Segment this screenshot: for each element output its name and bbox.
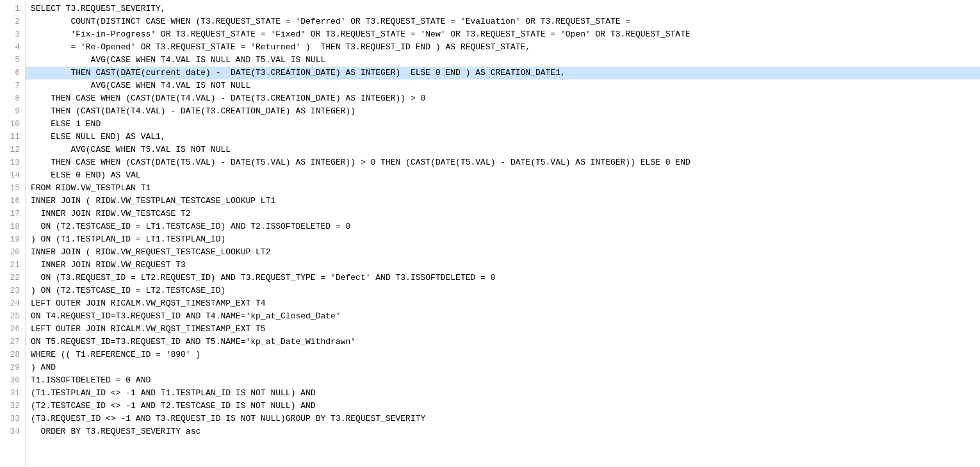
code-line-29[interactable]: ) AND bbox=[26, 361, 980, 374]
line-number-14: 14 bbox=[0, 169, 25, 182]
code-editor: 1234567891011121314151617181920212223242… bbox=[0, 0, 980, 467]
line-number-6: 6 bbox=[0, 67, 25, 79]
code-line-17[interactable]: INNER JOIN RIDW.VW_TESTCASE T2 bbox=[26, 208, 980, 220]
code-line-12[interactable]: AVG(CASE WHEN T5.VAL IS NOT NULL bbox=[26, 143, 980, 156]
line-number-20: 20 bbox=[0, 246, 25, 259]
code-line-23[interactable]: ) ON (T2.TESTCASE_ID = LT2.TESTCASE_ID) bbox=[26, 284, 980, 297]
code-line-14[interactable]: ELSE 0 END) AS VAL bbox=[26, 169, 980, 182]
line-number-19: 19 bbox=[0, 233, 25, 246]
line-number-17: 17 bbox=[0, 208, 25, 220]
code-line-31[interactable]: (T1.TESTPLAN_ID <> -1 AND T1.TESTPLAN_ID… bbox=[26, 387, 980, 400]
line-number-25: 25 bbox=[0, 310, 25, 323]
code-line-8[interactable]: THEN CASE WHEN (CAST(DATE(T4.VAL) - DATE… bbox=[26, 92, 980, 105]
code-line-3[interactable]: 'Fix-in-Progress' OR T3.REQUEST_STATE = … bbox=[26, 28, 980, 41]
code-line-19[interactable]: ) ON (T1.TESTPLAN_ID = LT1.TESTPLAN_ID) bbox=[26, 233, 980, 246]
code-line-25[interactable]: ON T4.REQUEST_ID=T3.REQUEST_ID AND T4.NA… bbox=[26, 310, 980, 323]
line-number-7: 7 bbox=[0, 79, 25, 92]
code-content[interactable]: SELECT T3.REQUEST_SEVERITY, COUNT(DISTIN… bbox=[26, 0, 980, 467]
line-number-26: 26 bbox=[0, 323, 25, 336]
code-line-27[interactable]: ON T5.REQUEST_ID=T3.REQUEST_ID AND T5.NA… bbox=[26, 336, 980, 348]
line-number-12: 12 bbox=[0, 143, 25, 156]
code-line-26[interactable]: LEFT OUTER JOIN RICALM.VW_RQST_TIMESTAMP… bbox=[26, 323, 980, 336]
line-number-23: 23 bbox=[0, 284, 25, 297]
line-number-9: 9 bbox=[0, 105, 25, 118]
code-line-13[interactable]: THEN CASE WHEN (CAST(DATE(T5.VAL) - DATE… bbox=[26, 156, 980, 169]
line-number-2: 2 bbox=[0, 15, 25, 28]
line-number-33: 33 bbox=[0, 413, 25, 425]
line-number-4: 4 bbox=[0, 41, 25, 54]
code-line-16[interactable]: INNER JOIN ( RIDW.VW_TESTPLAN_TESTCASE_L… bbox=[26, 195, 980, 208]
line-number-3: 3 bbox=[0, 28, 25, 41]
code-line-28[interactable]: WHERE (( T1.REFERENCE_ID = '890' ) bbox=[26, 348, 980, 361]
code-line-15[interactable]: FROM RIDW.VW_TESTPLAN T1 bbox=[26, 182, 980, 195]
code-line-32[interactable]: (T2.TESTCASE_ID <> -1 AND T2.TESTCASE_ID… bbox=[26, 400, 980, 413]
code-line-21[interactable]: INNER JOIN RIDW.VW_REQUEST T3 bbox=[26, 259, 980, 272]
code-line-20[interactable]: INNER JOIN ( RIDW.VW_REQUEST_TESTCASE_LO… bbox=[26, 246, 980, 259]
line-number-18: 18 bbox=[0, 220, 25, 233]
line-number-5: 5 bbox=[0, 54, 25, 67]
code-line-30[interactable]: T1.ISSOFTDELETED = 0 AND bbox=[26, 374, 980, 387]
line-number-8: 8 bbox=[0, 92, 25, 105]
line-number-34: 34 bbox=[0, 425, 25, 438]
code-line-9[interactable]: THEN (CAST(DATE(T4.VAL) - DATE(T3.CREATI… bbox=[26, 105, 980, 118]
line-number-32: 32 bbox=[0, 400, 25, 413]
line-number-31: 31 bbox=[0, 387, 25, 400]
code-line-33[interactable]: (T3.REQUEST_ID <> -1 AND T3.REQUEST_ID I… bbox=[26, 413, 980, 425]
line-number-24: 24 bbox=[0, 297, 25, 310]
line-number-15: 15 bbox=[0, 182, 25, 195]
line-number-1: 1 bbox=[0, 3, 25, 15]
code-line-4[interactable]: = 'Re-Opened' OR T3.REQUEST_STATE = 'Ret… bbox=[26, 41, 980, 54]
code-line-34[interactable]: ORDER BY T3.REQUEST_SEVERITY asc bbox=[26, 425, 980, 438]
code-line-22[interactable]: ON (T3.REQUEST_ID = LT2.REQUEST_ID) AND … bbox=[26, 272, 980, 284]
line-number-11: 11 bbox=[0, 131, 25, 143]
line-number-28: 28 bbox=[0, 348, 25, 361]
code-line-24[interactable]: LEFT OUTER JOIN RICALM.VW_RQST_TIMESTAMP… bbox=[26, 297, 980, 310]
code-line-1[interactable]: SELECT T3.REQUEST_SEVERITY, bbox=[26, 3, 980, 15]
line-number-13: 13 bbox=[0, 156, 25, 169]
line-number-10: 10 bbox=[0, 118, 25, 131]
code-line-18[interactable]: ON (T2.TESTCASE_ID = LT1.TESTCASE_ID) AN… bbox=[26, 220, 980, 233]
line-number-16: 16 bbox=[0, 195, 25, 208]
code-line-2[interactable]: COUNT(DISTINCT CASE WHEN (T3.REQUEST_STA… bbox=[26, 15, 980, 28]
code-line-7[interactable]: AVG(CASE WHEN T4.VAL IS NOT NULL bbox=[26, 79, 980, 92]
code-line-6[interactable]: THEN CAST(DATE(current date) - DATE(T3.C… bbox=[26, 67, 980, 79]
code-line-5[interactable]: AVG(CASE WHEN T4.VAL IS NULL AND T5.VAL … bbox=[26, 54, 980, 67]
code-line-10[interactable]: ELSE 1 END bbox=[26, 118, 980, 131]
code-line-11[interactable]: ELSE NULL END) AS VAL1, bbox=[26, 131, 980, 143]
line-number-29: 29 bbox=[0, 361, 25, 374]
line-number-21: 21 bbox=[0, 259, 25, 272]
line-number-27: 27 bbox=[0, 336, 25, 348]
line-number-22: 22 bbox=[0, 272, 25, 284]
line-numbers: 1234567891011121314151617181920212223242… bbox=[0, 0, 26, 467]
line-number-30: 30 bbox=[0, 374, 25, 387]
